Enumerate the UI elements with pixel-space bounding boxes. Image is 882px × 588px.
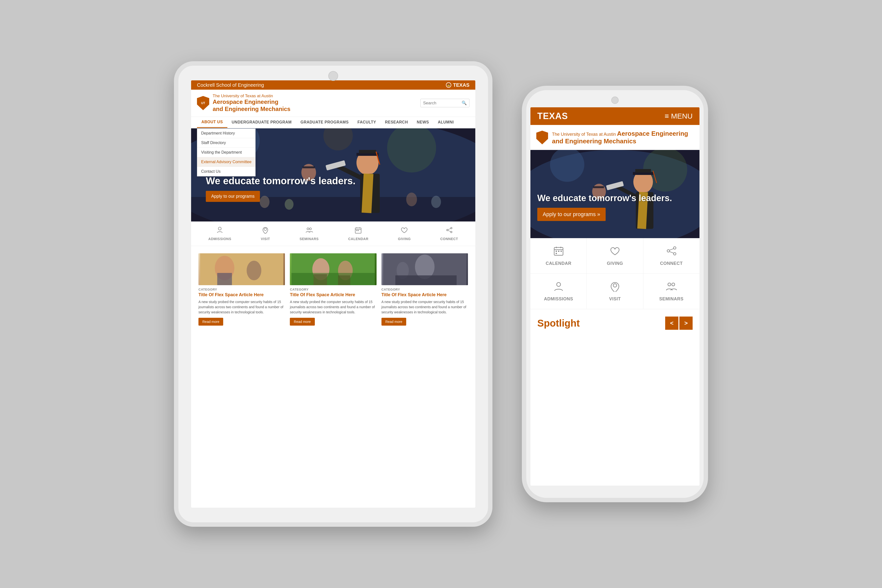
- svg-line-77: [670, 249, 674, 250]
- nav-faculty[interactable]: FACULTY: [353, 117, 381, 128]
- article-2-category: CATEGORY: [290, 288, 376, 291]
- svg-rect-71: [558, 250, 560, 252]
- svg-point-74: [667, 250, 670, 252]
- nav-alumni[interactable]: ALUMNI: [434, 117, 458, 128]
- phone-ql-seminars[interactable]: SEMINARS: [644, 274, 699, 309]
- phone-ql-admissions[interactable]: ADMISSIONS: [530, 274, 586, 309]
- article-2-read-more[interactable]: Read more: [290, 318, 315, 326]
- svg-point-32: [447, 230, 448, 231]
- quick-link-giving[interactable]: GIVING: [398, 226, 411, 241]
- phone-admissions-label: ADMISSIONS: [544, 297, 573, 302]
- svg-rect-73: [556, 253, 557, 254]
- school-name-top: Cockrell School of Engineering: [197, 82, 264, 88]
- dropdown-dept-history[interactable]: Department History: [197, 129, 255, 138]
- quick-link-seminars[interactable]: SEMINARS: [300, 226, 319, 241]
- svg-rect-39: [218, 273, 232, 285]
- spotlight-header: Spotlight < >: [530, 309, 699, 337]
- svg-rect-51: [395, 275, 456, 285]
- svg-point-21: [431, 196, 441, 208]
- spotlight-prev-button[interactable]: <: [665, 316, 678, 330]
- quick-link-calendar[interactable]: CALENDAR: [348, 226, 369, 241]
- phone-top-bar: TEXAS ≡ MENU: [530, 107, 699, 125]
- quick-link-admissions[interactable]: ADMISSIONS: [208, 226, 231, 241]
- quick-link-visit[interactable]: VISIT: [261, 226, 270, 241]
- nav-undergrad[interactable]: UNDERGRADUATE PROGRAM: [227, 117, 296, 128]
- article-card-2: CATEGORY Title Of Flex Space Article Her…: [290, 254, 376, 326]
- search-box[interactable]: 🔍: [420, 99, 470, 107]
- svg-point-81: [668, 283, 671, 286]
- admissions-label: ADMISSIONS: [208, 237, 231, 241]
- svg-point-33: [450, 227, 452, 229]
- articles-section: CATEGORY Title Of Flex Space Article Her…: [191, 246, 475, 333]
- search-input[interactable]: [423, 101, 460, 106]
- about-us-dropdown: Department History Staff Directory Visit…: [197, 129, 255, 176]
- nav-research[interactable]: RESEARCH: [381, 117, 412, 128]
- article-bg-2: [290, 254, 376, 285]
- hero-title: We educate tomorrow's leaders.: [206, 176, 356, 186]
- svg-rect-37: [200, 254, 284, 285]
- phone-hero: We educate tomorrow's leaders. Apply to …: [530, 150, 699, 238]
- article-3-desc: A new study probed the computer security…: [381, 299, 468, 315]
- article-1-read-more[interactable]: Read more: [198, 318, 223, 326]
- phone-ql-visit[interactable]: VISIT: [587, 274, 643, 309]
- phone-admissions-icon: [553, 281, 564, 294]
- svg-point-20: [406, 193, 417, 206]
- article-1-desc: A new study probed the computer security…: [198, 299, 285, 315]
- phone-shield-icon: [536, 130, 548, 144]
- svg-point-40: [247, 261, 261, 280]
- svg-point-82: [672, 283, 675, 286]
- article-3-read-more[interactable]: Read more: [381, 318, 406, 326]
- phone-ql-connect[interactable]: CONNECT: [644, 238, 699, 273]
- connect-label: CONNECT: [440, 237, 458, 241]
- phone-menu-button[interactable]: ≡ MENU: [664, 112, 693, 120]
- svg-line-78: [670, 252, 674, 253]
- dropdown-visiting[interactable]: Visiting the Department: [197, 148, 255, 157]
- svg-rect-70: [556, 250, 557, 252]
- svg-rect-30: [356, 230, 357, 231]
- dropdown-staff-dir[interactable]: Staff Directory: [197, 138, 255, 148]
- calendar-icon: [354, 226, 362, 236]
- article-img-3: [381, 254, 468, 285]
- article-3-category: CATEGORY: [381, 288, 468, 291]
- dropdown-contact[interactable]: Contact Us: [197, 167, 255, 176]
- phone-seminars-icon: [666, 281, 677, 294]
- school-name-block: The University of Texas at Austin Aerosp…: [213, 94, 290, 113]
- phone-connect-icon: [666, 246, 677, 258]
- giving-label: GIVING: [398, 237, 411, 241]
- phone-quick-links: CALENDAR GIVING CONNECT ADMISSIONS: [530, 238, 699, 309]
- spotlight-nav: < >: [665, 316, 693, 330]
- svg-rect-17: [303, 166, 315, 168]
- nav-news[interactable]: NEWS: [412, 117, 434, 128]
- tablet-device: Cockrell School of Engineering 🤠 TEXAS U…: [174, 61, 492, 527]
- phone-apply-button[interactable]: Apply to our programs »: [537, 208, 606, 221]
- texas-logo-top: 🤠 TEXAS: [446, 82, 470, 88]
- quick-link-connect[interactable]: CONNECT: [440, 226, 458, 241]
- article-2-title: Title Of Flex Space Article Here: [290, 292, 376, 297]
- article-bg-1: [198, 254, 285, 285]
- quick-links-bar: ADMISSIONS VISIT SEMINARS CALENDAR: [191, 222, 475, 246]
- svg-point-75: [674, 247, 676, 249]
- phone-ql-giving[interactable]: GIVING: [587, 238, 643, 273]
- ut-line: The University of Texas at Austin: [213, 94, 290, 99]
- article-img-2: [290, 254, 376, 285]
- spotlight-next-button[interactable]: >: [680, 316, 693, 330]
- svg-point-80: [613, 284, 616, 287]
- svg-point-24: [307, 228, 309, 230]
- svg-line-35: [448, 229, 450, 230]
- nav-about-us[interactable]: ABOUT US: [197, 117, 227, 128]
- svg-point-76: [674, 253, 676, 255]
- phone-camera: [611, 96, 619, 104]
- svg-rect-31: [358, 230, 358, 231]
- logo-area: UT The University of Texas at Austin Aer…: [197, 94, 290, 113]
- nav-grad[interactable]: GRADUATE PROGRAMS: [296, 117, 353, 128]
- article-bg-3: [381, 254, 468, 285]
- dropdown-external-advisory[interactable]: External Advisory Committee: [197, 157, 255, 167]
- calendar-label: CALENDAR: [348, 237, 369, 241]
- phone-school-name: The University of Texas at Austin Aerosp…: [552, 130, 688, 145]
- apply-button[interactable]: Apply to our programs: [206, 191, 260, 202]
- phone-ql-calendar[interactable]: CALENDAR: [530, 238, 586, 273]
- tablet-top-bar: Cockrell School of Engineering 🤠 TEXAS: [191, 80, 475, 90]
- article-card-3: CATEGORY Title Of Flex Space Article Her…: [381, 254, 468, 326]
- phone-ut-line: The University of Texas at Austin: [552, 132, 616, 137]
- seminars-icon: [306, 226, 313, 236]
